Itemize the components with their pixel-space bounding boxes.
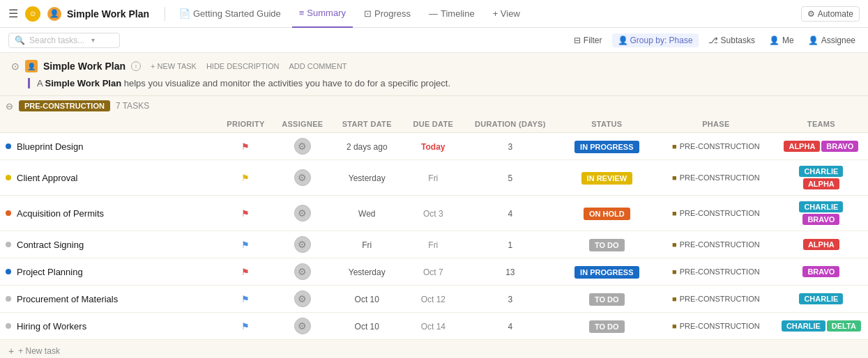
start-date-text: Fri: [362, 240, 372, 250]
status-badge: TO DO: [589, 320, 625, 333]
task-dot: [6, 269, 11, 274]
tab-timeline-label: Timeline: [441, 8, 475, 19]
task-priority-cell: ⚑: [218, 286, 273, 313]
tab-getting-started-label: Getting Started Guide: [193, 8, 281, 19]
nav-right: ⚙ Automate: [801, 6, 860, 22]
task-assignee-cell[interactable]: ⚙: [273, 196, 332, 231]
group-by-button[interactable]: 👤 Group by: Phase: [612, 33, 699, 47]
priority-flag-icon: ⚑: [241, 294, 250, 304]
col-header-assignee: ASSIGNEE: [273, 116, 332, 133]
new-task-action[interactable]: + NEW TASK: [151, 62, 197, 70]
task-assignee-cell[interactable]: ⚙: [273, 258, 332, 286]
phase-text: PRE-CONSTRUCTION: [680, 267, 760, 276]
col-header-status: STATUS: [556, 116, 657, 133]
tab-progress[interactable]: ⊡ Progress: [357, 0, 418, 28]
task-start-cell: Yesterday: [332, 258, 402, 286]
col-header-phase: PHASE: [657, 116, 775, 133]
task-assignee-cell[interactable]: ⚙: [273, 286, 332, 313]
task-start-cell: Oct 10: [332, 286, 402, 313]
due-date-text: Oct 14: [421, 322, 446, 332]
summary-icon: ≡: [299, 8, 305, 18]
priority-flag-icon: ⚑: [241, 240, 250, 250]
search-dropdown-arrow[interactable]: ▾: [91, 36, 95, 44]
task-assignee-cell[interactable]: ⚙: [273, 160, 332, 196]
me-label: Me: [782, 36, 794, 45]
task-assignee-cell[interactable]: ⚙: [273, 231, 332, 258]
col-header-duration: DURATION (DAYS): [464, 116, 556, 133]
task-status-cell[interactable]: IN PROGRESS: [556, 258, 657, 286]
priority-flag-icon: ⚑: [241, 141, 250, 152]
assignee-avatar-icon: ⚙: [298, 141, 307, 152]
due-date-text: Today: [421, 142, 445, 152]
duration-text: 1: [508, 240, 512, 250]
task-name: Hiring of Workers: [17, 321, 86, 332]
task-name-cell[interactable]: Project Planning: [0, 258, 218, 286]
add-comment-action[interactable]: ADD COMMENT: [289, 62, 347, 70]
hide-description-action[interactable]: HIDE DESCRIPTION: [206, 62, 280, 70]
col-header-start: START DATE: [332, 116, 402, 133]
task-name: Blueprint Design: [17, 141, 83, 152]
start-date-text: Yesterday: [349, 173, 386, 183]
task-phase-cell: ■ PRE-CONSTRUCTION: [657, 258, 775, 286]
search-placeholder: Search tasks...: [29, 36, 84, 45]
task-start-cell: Fri: [332, 231, 402, 258]
collapse-project-button[interactable]: ⊙: [11, 61, 20, 72]
add-new-task-row[interactable]: + + New task: [0, 340, 868, 358]
task-status-cell[interactable]: TO DO: [556, 286, 657, 313]
phase-text: PRE-CONSTRUCTION: [680, 142, 760, 150]
due-date-text: Oct 12: [421, 295, 446, 304]
timeline-icon: —: [429, 8, 438, 19]
team-badge: CHARLIE: [799, 201, 843, 212]
project-info-icon[interactable]: i: [131, 61, 141, 71]
task-name-cell[interactable]: Acquisition of Permits: [0, 196, 218, 231]
subtasks-label: Subtasks: [721, 36, 755, 45]
task-name-cell[interactable]: Contract Signing: [0, 231, 218, 258]
notification-icon[interactable]: ⊙: [25, 6, 40, 22]
task-name-cell[interactable]: Hiring of Workers: [0, 313, 218, 340]
collapse-phase-button[interactable]: ⊖: [6, 101, 13, 111]
tab-getting-started[interactable]: 📄 Getting Started Guide: [172, 0, 288, 28]
team-badge: BRAVO: [802, 214, 839, 225]
task-name-cell[interactable]: Client Approval: [0, 160, 218, 196]
assignee-button[interactable]: 👤 Assignee: [804, 33, 860, 47]
status-badge: IN PROGRESS: [574, 141, 639, 153]
project-name: Simple Work Plan: [43, 61, 125, 72]
group-icon: 👤: [618, 36, 628, 45]
subtasks-button[interactable]: ⎇ Subtasks: [704, 33, 759, 47]
task-phase-cell: ■ PRE-CONSTRUCTION: [657, 313, 775, 340]
automate-button[interactable]: ⚙ Automate: [801, 6, 860, 22]
assignee-avatar-icon: ⚙: [298, 208, 307, 219]
table-row: Hiring of Workers ⚑ ⚙ Oct 10 Oct 14 4 TO…: [0, 313, 868, 340]
tab-timeline[interactable]: — Timeline: [422, 0, 482, 28]
task-name-cell[interactable]: Procurement of Materials: [0, 286, 218, 313]
task-priority-cell: ⚑: [218, 133, 273, 160]
phase-text: PRE-CONSTRUCTION: [680, 209, 760, 217]
filter-icon: ⊟: [574, 36, 581, 45]
task-status-cell[interactable]: ON HOLD: [556, 196, 657, 231]
task-dot: [6, 242, 11, 247]
task-status-cell[interactable]: IN PROGRESS: [556, 133, 657, 160]
task-status-cell[interactable]: TO DO: [556, 231, 657, 258]
task-name: Client Approval: [17, 173, 77, 183]
phase-cell: ⊖ PRE-CONSTRUCTION 7 TASKS: [0, 96, 868, 116]
task-start-cell: 2 days ago: [332, 133, 402, 160]
status-badge: ON HOLD: [584, 208, 630, 220]
due-date-text: Oct 3: [423, 209, 443, 219]
hamburger-icon[interactable]: ☰: [8, 7, 18, 20]
tab-add-view[interactable]: + View: [486, 0, 527, 28]
task-assignee-cell[interactable]: ⚙: [273, 313, 332, 340]
task-assignee-cell[interactable]: ⚙: [273, 133, 332, 160]
priority-flag-icon: ⚑: [241, 321, 250, 332]
filter-button[interactable]: ⊟ Filter: [570, 33, 607, 47]
task-teams-cell: BRAVO: [775, 258, 868, 286]
team-badge: CHARLIE: [799, 166, 843, 177]
project-description-bold: Simple Work Plan: [45, 78, 122, 88]
task-status-cell[interactable]: IN REVIEW: [556, 160, 657, 196]
me-button[interactable]: 👤 Me: [765, 33, 798, 47]
task-status-cell[interactable]: TO DO: [556, 313, 657, 340]
task-name-cell[interactable]: Blueprint Design: [0, 133, 218, 160]
task-due-cell: Oct 3: [402, 196, 464, 231]
priority-flag-icon: ⚑: [241, 173, 250, 183]
search-box[interactable]: 🔍 Search tasks... ▾: [8, 33, 120, 48]
tab-summary[interactable]: ≡ Summary: [292, 0, 353, 28]
